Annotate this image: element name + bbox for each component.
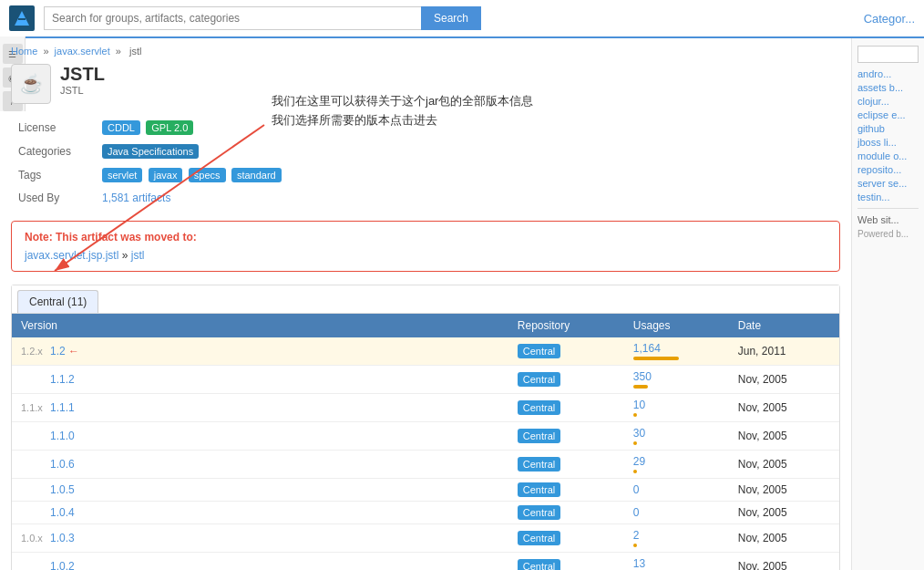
date-cell: Nov, 2005 [729,524,839,553]
col-version: Version [12,314,508,337]
search-bar: Search [44,6,481,30]
note-box: Note: This artifact was moved to: javax.… [11,221,840,272]
info-table: License CDDL GPL 2.0 Categories Java Spe… [11,115,840,210]
version-link[interactable]: 1.0.4 [50,506,75,519]
search-input[interactable] [44,6,421,30]
repository-cell: Central [508,366,624,394]
usages-link[interactable]: 1,164 [633,342,661,355]
rs-link-repository[interactable]: reposito... [857,164,919,175]
versions-tab-label[interactable]: Central (11) [17,290,98,313]
version-link[interactable]: 1.0.3 [50,532,75,544]
breadcrumb-sep1: » [43,46,48,57]
repository-cell: Central [508,502,624,524]
rs-link-server[interactable]: server se... [857,178,919,189]
usages-link[interactable]: 10 [633,399,645,411]
usages-link[interactable]: 0 [633,483,640,496]
version-link[interactable]: 1.1.1 [50,401,75,414]
table-row: 1.2.x1.2 ←Central1,164Jun, 2011 [12,337,839,366]
version-link[interactable]: 1.0.2 [50,560,75,570]
rs-link-jboss[interactable]: jboss li... [857,137,919,148]
date-cell: Nov, 2005 [729,553,839,571]
central-badge: Central [518,505,560,520]
rs-link-eclipse[interactable]: eclipse e... [857,109,919,120]
repository-cell: Central [508,451,624,479]
date-cell: Jun, 2011 [729,337,839,366]
rs-link-github[interactable]: github [857,123,919,134]
tags-badges: servlet javax specs standard [97,164,838,186]
note-prefix: Note: [25,231,53,244]
usages-bar [633,470,637,473]
versions-table-body: 1.2.x1.2 ←Central1,164Jun, 20111.1.2Cent… [12,337,839,570]
usages-cell: 350 [624,366,729,394]
repository-cell: Central [508,337,624,366]
powered-by: Powered b... [857,229,919,239]
central-badge: Central [518,531,560,545]
artifact-title: JSTL JSTL [60,64,105,96]
right-search-input[interactable] [857,46,919,63]
usages-cell: 0 [624,502,729,524]
version-cell: 1.0.6 [12,451,508,479]
tag-specs: specs [189,168,226,182]
tag-javax: javax [149,168,183,182]
rs-link-testing[interactable]: testin... [857,192,919,202]
version-link[interactable]: 1.1.2 [50,373,75,386]
tags-label: Tags [13,164,95,186]
tags-row: Tags servlet javax specs standard [13,164,838,186]
version-group-label: 1.0.x [21,533,50,544]
license-label: License [13,117,95,139]
rs-link-assets[interactable]: assets b... [857,82,919,93]
central-badge: Central [518,559,560,570]
table-row: 1.0.2Central13Nov, 2005 [12,553,839,571]
artifact-name: JSTL [60,64,105,85]
tag-servlet: servlet [102,168,142,182]
versions-scroll-area[interactable]: Version Repository Usages Date 1.2.x1.2 … [12,314,839,570]
usages-cell: 10 [624,394,729,422]
version-link[interactable]: 1.2 [50,345,66,358]
versions-table: Version Repository Usages Date 1.2.x1.2 … [12,314,839,570]
rs-link-clojure[interactable]: clojur... [857,96,919,107]
note-link-artifact[interactable]: jstl [131,249,145,262]
date-cell: Nov, 2005 [729,366,839,394]
used-by-row: Used By 1,581 artifacts [13,188,838,208]
artifact-icon: ☕ [11,64,51,104]
categories-nav[interactable]: Categor... [864,12,915,26]
note-text: This artifact was moved to: [56,231,197,244]
repository-cell: Central [508,524,624,553]
usages-link[interactable]: 13 [633,557,645,570]
tag-standard: standard [231,168,282,182]
table-row: 1.1.0Central30Nov, 2005 [12,422,839,451]
version-cell: 1.1.x1.1.1 [12,394,508,422]
right-sidebar: andro... assets b... clojur... eclipse e… [851,38,924,570]
table-row: 1.1.2Central350Nov, 2005 [12,366,839,394]
usages-link[interactable]: 29 [633,455,645,468]
usages-cell: 13 [624,553,729,571]
central-badge: Central [518,400,560,415]
usages-cell: 0 [624,479,729,502]
version-link[interactable]: 1.0.5 [50,483,75,496]
repository-cell: Central [508,422,624,451]
used-by-link[interactable]: 1,581 artifacts [102,192,170,204]
rs-link-module[interactable]: module o... [857,150,919,161]
logo-icon [9,5,35,31]
note-link-group[interactable]: javax.servlet.jsp.jstl [25,249,118,262]
rs-link-android[interactable]: andro... [857,68,919,79]
version-link[interactable]: 1.1.0 [50,430,75,442]
usages-link[interactable]: 30 [633,427,645,440]
search-button[interactable]: Search [421,6,481,30]
breadcrumb-group[interactable]: javax.servlet [55,46,110,57]
version-cell: 1.2.x1.2 ← [12,337,508,366]
usages-link[interactable]: 0 [633,506,640,519]
version-cell: 1.0.x1.0.3 [12,524,508,553]
repository-cell: Central [508,479,624,502]
usages-link[interactable]: 2 [633,529,640,542]
usages-link[interactable]: 350 [633,370,652,383]
license-row: License CDDL GPL 2.0 [13,117,838,139]
usages-bar [633,544,637,547]
version-link[interactable]: 1.0.6 [50,458,75,471]
col-date: Date [729,314,839,337]
date-cell: Nov, 2005 [729,502,839,524]
breadcrumb-home[interactable]: Home [11,46,37,57]
license-badges: CDDL GPL 2.0 [97,117,838,139]
col-repository: Repository [508,314,624,337]
version-cell: 1.0.5 [12,479,508,502]
